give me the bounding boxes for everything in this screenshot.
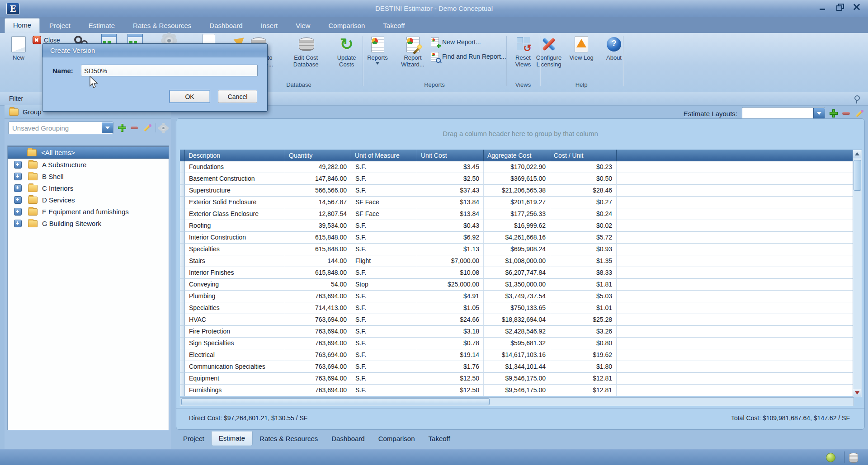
column-header-quantity[interactable]: Quantity [285, 150, 351, 161]
ribbon-button-report-wizard[interactable]: Report Wizard... [395, 34, 430, 68]
scroll-up-button[interactable] [853, 150, 861, 158]
column-header-aggregate-cost[interactable]: Aggregate Cost [484, 150, 550, 161]
minimize-button[interactable] [817, 3, 828, 12]
wand-icon [413, 47, 421, 55]
table-row[interactable]: HVAC763,694.00S.F.$24.66$18,832,694.04$2… [180, 314, 853, 326]
ribbon-button-update-costs[interactable]: Update Costs [330, 34, 363, 71]
ribbon-tab-rates-resources[interactable]: Rates & Resources [124, 19, 200, 33]
expand-plus-icon[interactable] [14, 161, 22, 169]
ribbon-tab-estimate[interactable]: Estimate [80, 19, 123, 33]
remove-layout-icon[interactable] [842, 112, 850, 115]
close-window-button[interactable] [852, 3, 863, 12]
add-grouping-icon[interactable] [118, 124, 126, 132]
cell-unit-of-measure: S.F. [351, 314, 417, 326]
column-header-unit-cost[interactable]: Unit Cost [417, 150, 484, 161]
tree-item-b-shell[interactable]: B Shell [8, 171, 169, 182]
horizontal-scrollbar[interactable] [180, 397, 854, 406]
view-tab-rates-resources[interactable]: Rates & Resources [253, 432, 325, 445]
edit-layout-icon[interactable] [854, 109, 863, 118]
column-header-unit-of-measure[interactable]: Unit of Measure [351, 150, 417, 161]
table-row[interactable]: Exterior Glass Enclosure12,807.54SF Face… [180, 208, 853, 220]
cancel-button[interactable]: Cancel [218, 90, 257, 103]
ribbon-tab-takeoff[interactable]: Takeoff [374, 19, 413, 33]
ribbon-tab-comparison[interactable]: Comparison [320, 19, 373, 33]
table-row[interactable]: Specialties615,848.00S.F.$1.13$695,908.2… [180, 244, 853, 255]
table-row[interactable]: Equipment763,694.00S.F.$12.50$9,546,175.… [180, 373, 853, 385]
ribbon-button-edit-cost-database[interactable]: Edit Cost Database [284, 34, 328, 71]
table-row[interactable]: Plumbing763,694.00S.F.$4.91$3,749,737.54… [180, 291, 853, 302]
view-tab-comparison[interactable]: Comparison [372, 432, 422, 445]
horizontal-scroll-thumb[interactable] [181, 398, 490, 405]
row-indicator [180, 361, 185, 373]
tree-item-all-items[interactable]: <All Items> [8, 146, 169, 159]
scroll-down-button[interactable] [853, 389, 861, 397]
expand-plus-icon[interactable] [14, 196, 22, 204]
table-row[interactable]: Foundations49,282.00S.F.$3.45$170,022.90… [180, 161, 853, 173]
table-row[interactable]: Conveying54.00Stop$25,000.00$1,350,000.0… [180, 279, 853, 291]
add-layout-icon[interactable] [830, 109, 838, 117]
chevron-down-icon[interactable] [813, 108, 825, 119]
pin-icon[interactable] [854, 95, 860, 101]
table-row[interactable]: Fire Protection763,694.00S.F.$3.18$2,428… [180, 326, 853, 338]
tree-item-g-building-sitework[interactable]: G Building Sitework [8, 218, 169, 229]
vertical-scroll-thumb[interactable] [854, 160, 861, 191]
table-row[interactable]: Furnishings763,694.00S.F.$12.50$9,546,17… [180, 385, 853, 396]
table-row[interactable]: Stairs144.00Flight$7,000.00$1,008,000.00… [180, 255, 853, 267]
row-indicator [180, 220, 185, 232]
tree-item-e-equipment-and-furnishings[interactable]: E Equipment and furnishings [8, 206, 169, 217]
grouping-settings-gear-icon[interactable] [160, 124, 167, 132]
expand-plus-icon[interactable] [14, 208, 22, 216]
table-row[interactable]: Communication Specialties763,694.00S.F.$… [180, 361, 853, 373]
ribbon-button-reports[interactable]: Reports [363, 34, 392, 68]
cell-quantity: 147,846.00 [285, 173, 351, 185]
ribbon-tab-home[interactable]: Home [5, 18, 40, 33]
table-row[interactable]: Interior Finishes615,848.00S.F.$10.08$6,… [180, 267, 853, 279]
cell-description: Fire Protection [185, 326, 285, 338]
name-input[interactable] [81, 65, 258, 76]
table-row[interactable]: Interior Construction615,848.00S.F.$6.92… [180, 232, 853, 244]
ribbon-button-configure-licensing[interactable]: Configure Licensing [534, 34, 564, 68]
estimate-layouts-combo[interactable] [742, 107, 825, 120]
tree-item-a-substructure[interactable]: A Substructure [8, 159, 169, 170]
table-row[interactable]: Specialties714,413.00S.F.$1.05$750,133.6… [180, 302, 853, 314]
group-label-help: Help [540, 81, 623, 88]
grouping-combo[interactable]: Unsaved Grouping [8, 122, 113, 134]
ribbon-link-new-report[interactable]: New Report... [430, 38, 506, 47]
ribbon-tab-project[interactable]: Project [41, 19, 79, 33]
expand-plus-icon[interactable] [14, 173, 22, 180]
table-row[interactable]: Electrical763,694.00S.F.$19.14$14,617,10… [180, 349, 853, 361]
table-row[interactable]: Exterior Solid Enclosure14,567.87SF Face… [180, 197, 853, 208]
view-tab-takeoff[interactable]: Takeoff [422, 432, 457, 445]
column-header-cost-unit[interactable]: Cost / Unit [550, 150, 617, 161]
expand-plus-icon[interactable] [14, 220, 22, 227]
vertical-scrollbar[interactable] [853, 150, 862, 397]
new-button[interactable]: New [4, 34, 33, 61]
remove-grouping-icon[interactable] [131, 127, 138, 129]
tree-item-c-interiors[interactable]: C Interiors [8, 183, 169, 194]
ribbon-tab-dashboard[interactable]: Dashboard [201, 19, 251, 33]
cell-cost-unit: $5.03 [550, 291, 617, 302]
status-bar [0, 449, 868, 465]
column-header-description[interactable]: Description [185, 150, 285, 161]
view-tab-estimate[interactable]: Estimate [211, 431, 253, 446]
table-row[interactable]: Basement Construction147,846.00S.F.$2.50… [180, 173, 853, 185]
table-row[interactable]: Sign Specialties763,694.00S.F.$0.78$595,… [180, 338, 853, 349]
cell-cost-unit: $25.28 [550, 314, 617, 326]
group-by-drop-zone[interactable]: Drag a column header here to group by th… [176, 130, 864, 137]
expand-plus-icon[interactable] [14, 184, 22, 192]
ribbon-button-about[interactable]: About [599, 34, 629, 68]
view-tab-dashboard[interactable]: Dashboard [325, 432, 371, 445]
ribbon-button-view-log[interactable]: View Log [566, 34, 596, 68]
restore-button[interactable] [835, 3, 845, 12]
ok-button[interactable]: OK [169, 90, 210, 103]
tree-item-d-services[interactable]: D Services [8, 194, 169, 206]
table-row[interactable]: Roofing39,534.00S.F.$0.43$16,999.62$0.02 [180, 220, 853, 232]
report-icon [368, 35, 387, 53]
ribbon-tab-view[interactable]: View [287, 19, 319, 33]
edit-grouping-icon[interactable] [142, 123, 151, 132]
table-row[interactable]: Superstructure566,566.00S.F.$37.43$21,20… [180, 185, 853, 197]
view-tab-project[interactable]: Project [176, 432, 211, 445]
chevron-down-icon[interactable] [102, 122, 113, 133]
ribbon-tab-insert[interactable]: Insert [252, 19, 287, 33]
ribbon-link-find-and-run-report[interactable]: Find and Run Report... [430, 52, 506, 61]
